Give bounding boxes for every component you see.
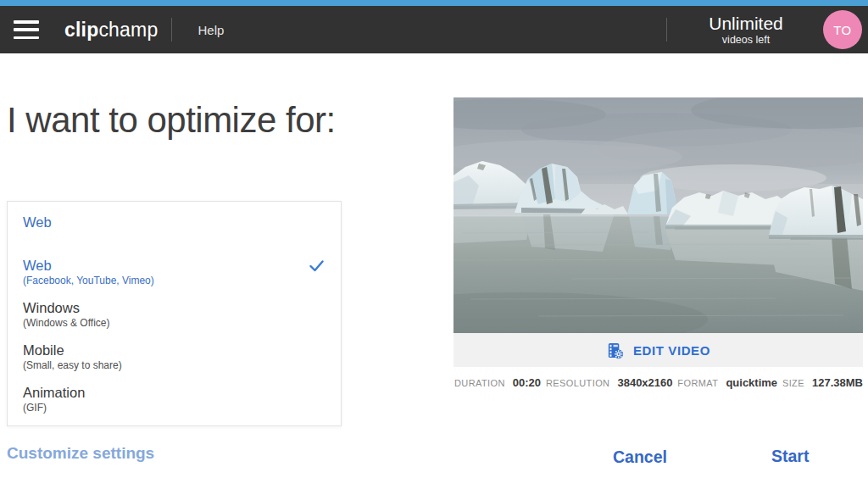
header-divider <box>171 18 172 42</box>
start-button[interactable]: Start <box>771 447 809 466</box>
video-metadata: DURATION 00:20 RESOLUTION 3840x2160 FORM… <box>454 376 863 389</box>
plan-status: Unlimited videos left <box>679 14 813 47</box>
metadata-label: RESOLUTION <box>546 378 610 388</box>
page-title: I want to optimize for: <box>7 100 363 141</box>
help-link[interactable]: Help <box>198 23 224 37</box>
option-windows[interactable]: Windows (Windows & Office) <box>8 293 341 336</box>
logo-bold-part: clip <box>64 19 98 41</box>
metadata-value: quicktime <box>726 376 777 389</box>
app-header: clipchamp Help Unlimited videos left TO <box>0 6 868 53</box>
top-accent-strip <box>0 0 868 6</box>
plan-subtitle: videos left <box>679 34 813 47</box>
selected-option-label[interactable]: Web <box>8 202 341 236</box>
plan-title: Unlimited <box>679 14 813 34</box>
option-animation[interactable]: Animation (GIF) <box>8 378 341 420</box>
iceberg-video-thumbnail <box>453 97 863 333</box>
metadata-size: SIZE 127.38MB <box>782 376 863 389</box>
metadata-duration: DURATION 00:20 <box>454 376 541 389</box>
metadata-label: SIZE <box>782 378 804 388</box>
option-label: Mobile <box>23 342 307 358</box>
metadata-label: FORMAT <box>677 378 718 388</box>
cancel-button[interactable]: Cancel <box>613 447 667 467</box>
option-sublabel: (Windows & Office) <box>23 317 307 329</box>
option-mobile[interactable]: Mobile (Small, easy to share) <box>8 336 341 378</box>
option-sublabel: (GIF) <box>23 402 307 414</box>
edit-video-label: EDIT VIDEO <box>633 343 710 358</box>
edit-video-button[interactable]: EDIT VIDEO <box>453 333 863 367</box>
logo-light-part: champ <box>98 19 158 41</box>
video-preview[interactable] <box>453 97 863 333</box>
edit-video-icon <box>606 342 624 359</box>
menu-icon[interactable] <box>14 20 39 39</box>
option-label: Windows <box>23 299 307 316</box>
option-web[interactable]: Web (Facebook, YouTube, Vimeo) <box>8 251 341 293</box>
metadata-value: 3840x2160 <box>617 376 672 389</box>
header-divider-right <box>666 18 667 42</box>
metadata-format: FORMAT quicktime <box>677 376 777 389</box>
optimize-panel: Web Web (Facebook, YouTube, Vimeo) Windo… <box>7 201 342 426</box>
app-window: clipchamp Help Unlimited videos left TO … <box>0 0 868 478</box>
metadata-value: 127.38MB <box>812 376 863 389</box>
option-label: Animation <box>23 384 307 401</box>
metadata-resolution: RESOLUTION 3840x2160 <box>546 376 673 389</box>
metadata-label: DURATION <box>454 378 505 388</box>
optimize-options-list: Web (Facebook, YouTube, Vimeo) Windows (… <box>8 236 341 420</box>
metadata-value: 00:20 <box>513 376 541 389</box>
customize-settings-link[interactable]: Customize settings <box>7 444 154 463</box>
option-sublabel: (Small, easy to share) <box>23 359 307 371</box>
checkmark-icon <box>309 260 324 272</box>
option-label: Web <box>23 257 307 274</box>
avatar[interactable]: TO <box>823 10 862 49</box>
option-sublabel: (Facebook, YouTube, Vimeo) <box>23 275 307 286</box>
clipchamp-logo[interactable]: clipchamp <box>64 19 158 42</box>
